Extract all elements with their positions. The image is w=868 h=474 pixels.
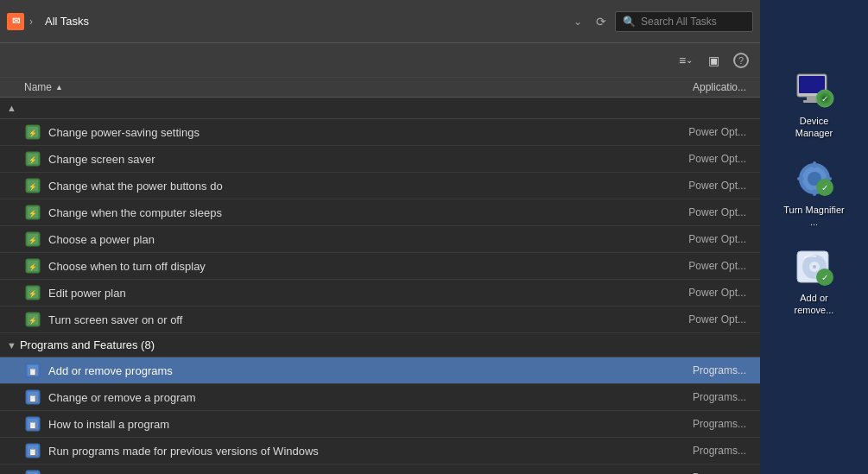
list-item[interactable]: ⚡ Choose a power plan Power Opt... [0,226,760,253]
list-item[interactable]: ⚡ Change what the power buttons do Power… [0,173,760,199]
add-remove-image: ✓ [794,246,835,288]
list-item[interactable]: 📋 How to install a program Programs... [0,411,760,438]
power-options-group-header[interactable]: ▲ [0,98,760,119]
svg-text:⚡: ⚡ [29,182,37,191]
power-icon: ⚡ [24,284,41,301]
list-item[interactable]: 📋 Change or remove a program Programs... [0,384,760,411]
add-remove-label: Add or remove... [780,291,849,318]
power-icon: ⚡ [24,150,41,167]
svg-point-60 [813,265,816,269]
list-item[interactable]: ⚡ Choose when to turn off display Power … [0,253,760,280]
svg-text:📋: 📋 [29,447,37,456]
magnifier-label: Turn Magnifier ... [780,203,849,230]
toolbar: ≡ ⌄ ▣ ? [0,43,760,78]
list-item[interactable]: 📋 Show which programs are installed on y… [0,465,760,474]
svg-text:✓: ✓ [821,273,828,282]
svg-text:⚡: ⚡ [29,316,37,325]
svg-text:⚡: ⚡ [29,209,37,218]
device-manager-image: ✓ [794,69,835,111]
magnifier-icon[interactable]: ✓ Turn Magnifier ... [780,158,849,230]
app-column-header: Applicatio... [649,81,753,93]
group-expand-icon: ▼ [7,340,16,351]
search-icon: 🔍 [623,16,636,28]
svg-text:⚡: ⚡ [29,236,37,244]
list-item[interactable]: 📋 Add or remove programs Programs... [0,357,760,384]
power-icon: ⚡ [24,311,41,328]
list-item[interactable]: ⚡ Change when the computer sleeps Power … [0,199,760,226]
view-icon: ≡ [679,54,686,67]
desktop-panel: ✓ Device Manager ✓ Turn Magnifier ... [760,0,868,474]
search-input[interactable] [641,16,744,28]
programs-group-label: Programs and Features (8) [20,338,155,351]
device-manager-icon[interactable]: ✓ Device Manager [780,69,849,141]
programs-icon: 📋 [24,362,41,379]
svg-text:⚡: ⚡ [29,262,37,271]
list-item[interactable]: ⚡ Change screen saver Power Opt... [0,146,760,173]
breadcrumb-path: All Tasks [38,11,565,31]
svg-text:📋: 📋 [29,367,37,376]
svg-text:⚡: ⚡ [29,129,37,137]
power-icon: ⚡ [24,123,41,141]
group-collapse-icon: ▲ [7,103,16,113]
breadcrumb-separator: › [29,16,33,28]
svg-text:✓: ✓ [821,94,828,104]
svg-rect-52 [813,189,816,196]
list-item[interactable]: ⚡ Edit power plan Power Opt... [0,280,760,307]
power-icon: ⚡ [24,204,41,221]
programs-icon: 📋 [24,442,41,459]
content-area: Name ▲ Applicatio... ▲ ⚡ Change power-sa… [0,78,760,474]
power-icon: ⚡ [24,257,41,275]
add-remove-icon[interactable]: ✓ Add or remove... [780,246,849,318]
app-icon: ✉ [7,13,24,30]
device-manager-label: Device Manager [780,114,849,141]
search-box[interactable]: 🔍 [615,11,753,32]
magnifier-image: ✓ [794,158,835,199]
svg-rect-53 [797,177,804,180]
power-icon: ⚡ [24,177,41,194]
view-button[interactable]: ≡ ⌄ [674,48,698,73]
refresh-icon[interactable]: ⟳ [591,15,611,28]
name-column-header[interactable]: Name ▲ [24,81,649,93]
programs-group-header[interactable]: ▼ Programs and Features (8) [0,333,760,357]
address-bar: ✉ › All Tasks ⌄ ⟳ 🔍 [0,0,760,43]
programs-icon: 📋 [24,469,41,474]
list-item[interactable]: ⚡ Change power-saving settings Power Opt… [0,119,760,146]
programs-icon: 📋 [24,415,41,433]
svg-text:✓: ✓ [821,183,828,193]
list-item[interactable]: 📋 Run programs made for previous version… [0,438,760,465]
svg-text:📋: 📋 [29,420,37,429]
file-explorer-panel: ✉ › All Tasks ⌄ ⟳ 🔍 ≡ ⌄ ▣ ? Name ▲ Appl [0,0,760,474]
svg-rect-41 [807,97,817,100]
help-button[interactable]: ? [729,48,753,73]
panel-icon: ▣ [708,54,719,67]
list-item[interactable]: ⚡ Turn screen saver on or off Power Opt.… [0,307,760,333]
programs-icon: 📋 [24,389,41,406]
table-header: Name ▲ Applicatio... [0,78,760,98]
power-icon: ⚡ [24,231,41,248]
svg-text:⚡: ⚡ [29,155,37,164]
svg-text:📋: 📋 [29,394,37,402]
svg-rect-51 [813,161,816,168]
address-chevron-icon[interactable]: ⌄ [568,16,587,28]
sort-icon: ▲ [55,83,63,92]
svg-text:⚡: ⚡ [29,289,37,298]
view-chevron-icon: ⌄ [686,55,693,65]
panel-button[interactable]: ▣ [701,48,725,73]
help-icon: ? [733,53,749,68]
